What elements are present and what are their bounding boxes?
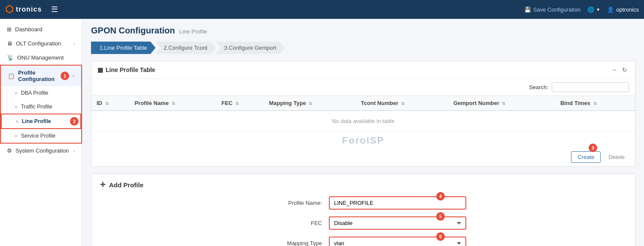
logo-text: tronics [16, 6, 42, 13]
line-badge-2: 2 [70, 117, 79, 126]
profile-name-label: Profile Name: [260, 200, 329, 206]
logo-icon: ⬡ [5, 4, 13, 15]
sys-arrow: ‹ [73, 148, 75, 153]
add-profile-icon: ✛ [100, 181, 106, 189]
sidebar: ⊞ Dashboard 🖥 OLT Configuration ‹ 📡 ONU … [0, 19, 82, 246]
add-profile-section: ✛ Add Profile 4 Profile Name: 5 FEC Disa… [91, 174, 635, 246]
profile-badge-1: 1 [61, 72, 69, 80]
fec-select[interactable]: Disable Enable [329, 216, 466, 230]
search-row: Search: [91, 79, 635, 96]
save-config-btn[interactable]: 💾 Save Configuration [524, 6, 581, 13]
user-menu[interactable]: 👤 optronics [607, 6, 639, 13]
create-btn[interactable]: Create [571, 151, 601, 163]
sidebar-item-dashboard[interactable]: ⊞ Dashboard [0, 22, 82, 36]
watermark: ForoISP [91, 132, 635, 148]
profile-name-input[interactable] [329, 196, 466, 210]
dashboard-icon: ⊞ [7, 26, 12, 33]
page-header: GPON Configuration Line Profile [91, 26, 635, 36]
profile-name-row: 4 Profile Name: [100, 196, 626, 210]
sidebar-item-service-profile[interactable]: ○ Service Profile [1, 129, 81, 143]
col-tcont-number[interactable]: Tcont Number ⇅ [356, 96, 448, 111]
table-title: ▦ Line Profile Table [97, 66, 155, 73]
sidebar-item-dba-profile[interactable]: ○ DBA Profile [1, 86, 81, 100]
step-1[interactable]: 1.Line Profile Table [91, 42, 155, 54]
olt-icon: 🖥 [7, 40, 12, 47]
logo: ⬡ tronics [5, 4, 42, 15]
wizard-steps: 1.Line Profile Table 2.Configure Tcont 3… [91, 42, 635, 54]
col-id[interactable]: ID ⇅ [91, 96, 129, 111]
fec-badge-5: 5 [436, 212, 445, 221]
table-actions: 3 Create Delete [91, 148, 635, 166]
delete-btn[interactable]: Delete [604, 151, 629, 163]
line-profile-table-card: ▦ Line Profile Table − ↻ Search: ID ⇅ [91, 61, 635, 167]
main-layout: ⊞ Dashboard 🖥 OLT Configuration ‹ 📡 ONU … [0, 19, 644, 246]
col-profile-name[interactable]: Profile Name ⇅ [129, 96, 216, 111]
create-badge-3: 3 [589, 144, 597, 152]
page-title: GPON Configuration [91, 26, 175, 36]
olt-arrow: ‹ [73, 41, 75, 46]
table-header-actions: − ↻ [611, 66, 629, 74]
mapping-badge-6: 6 [436, 232, 445, 241]
col-mapping-type[interactable]: Mapping Type ⇅ [264, 96, 355, 111]
lang-selector[interactable]: 🌐 ▼ [587, 6, 600, 13]
add-profile-title: ✛ Add Profile [100, 181, 626, 189]
sidebar-item-onu-mgmt[interactable]: 📡 ONU Management [0, 51, 82, 65]
table-header-row: ID ⇅ Profile Name ⇅ FEC ⇅ Mapping Type ⇅… [91, 96, 635, 111]
search-label: Search: [529, 84, 548, 90]
profile-name-badge-4: 4 [436, 192, 445, 201]
navbar-right: 💾 Save Configuration 🌐 ▼ 👤 optronics [524, 6, 639, 13]
table-no-data-row: No data available in table [91, 111, 635, 132]
line-profile-wrapper: ○ Line Profile 2 [1, 114, 81, 129]
main-content: GPON Configuration Line Profile 1.Line P… [82, 19, 644, 246]
mapping-type-row: 6 Mapping Type vlan gemport priority [100, 237, 626, 246]
table-card-header: ▦ Line Profile Table − ↻ [91, 61, 635, 79]
globe-icon: 🌐 [587, 6, 594, 13]
minimize-btn[interactable]: − [611, 66, 618, 74]
traffic-circle-icon: ○ [15, 104, 18, 109]
search-input[interactable] [552, 82, 629, 92]
line-circle-icon: ○ [15, 119, 18, 124]
sidebar-item-sys-config[interactable]: ⚙ System Configuration ‹ [0, 144, 82, 158]
mapping-type-label: Mapping Type [260, 240, 329, 246]
step-2[interactable]: 2.Configure Tcont [155, 42, 216, 54]
no-data-cell: No data available in table [91, 111, 635, 132]
sys-icon: ⚙ [7, 147, 12, 154]
col-bind-times[interactable]: Bind Times ⇅ [555, 96, 635, 111]
sidebar-item-traffic-profile[interactable]: ○ Traffic Profile [1, 100, 81, 114]
mapping-type-select[interactable]: vlan gemport priority [329, 237, 466, 246]
table-icon: ▦ [97, 66, 103, 73]
col-fec[interactable]: FEC ⇅ [216, 96, 264, 111]
user-icon: 👤 [607, 6, 614, 13]
sidebar-item-profile-config[interactable]: 📋 Profile Configuration 1 ‹ [1, 66, 81, 86]
fec-label: FEC [260, 220, 329, 226]
sidebar-item-olt-config[interactable]: 🖥 OLT Configuration ‹ [0, 36, 82, 51]
refresh-btn[interactable]: ↻ [620, 66, 629, 74]
profile-icon: 📋 [8, 73, 15, 79]
onu-icon: 📡 [7, 54, 14, 61]
profile-arrow: ‹ [73, 73, 74, 78]
save-icon: 💾 [524, 6, 531, 13]
sidebar-profile-config-section: 📋 Profile Configuration 1 ‹ ○ DBA Profil… [0, 65, 82, 144]
dba-circle-icon: ○ [15, 90, 18, 96]
sidebar-item-line-profile[interactable]: ○ Line Profile 2 [1, 114, 81, 129]
line-profile-table: ID ⇅ Profile Name ⇅ FEC ⇅ Mapping Type ⇅… [91, 96, 635, 132]
hamburger-icon[interactable]: ☰ [51, 5, 58, 14]
lang-arrow: ▼ [596, 7, 600, 12]
service-circle-icon: ○ [15, 133, 18, 138]
fec-row: 5 FEC Disable Enable [100, 216, 626, 230]
page-subtitle: Line Profile [179, 28, 207, 35]
col-gemport-number[interactable]: Gemport Number ⇅ [448, 96, 555, 111]
navbar: ⬡ tronics ☰ 💾 Save Configuration 🌐 ▼ 👤 o… [0, 0, 644, 19]
step-3[interactable]: 3.Configure Gemport [216, 42, 285, 54]
